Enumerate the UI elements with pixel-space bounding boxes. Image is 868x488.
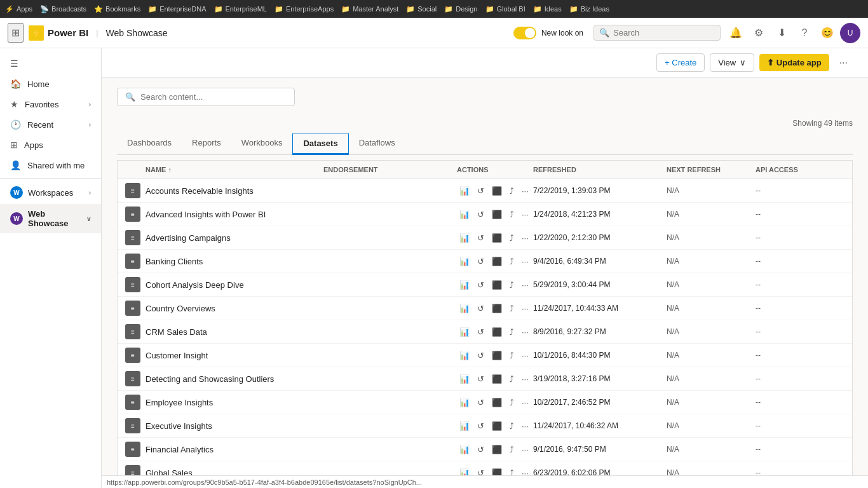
sidebar-item-workspaces[interactable]: W Workspaces › (0, 181, 101, 204)
row-name[interactable]: CRM Sales Data (146, 327, 323, 337)
more-icon[interactable]: ··· (519, 232, 531, 244)
refresh-icon[interactable]: ↺ (475, 444, 487, 456)
notifications-icon[interactable]: 🔔 (726, 23, 746, 43)
more-icon[interactable]: ··· (519, 302, 531, 315)
content-search-box[interactable]: 🔍 (117, 88, 295, 106)
sidebar-item-web-showcase[interactable]: W Web Showcase ∨ (0, 204, 101, 233)
create-report-icon[interactable]: 📊 (457, 420, 472, 432)
refresh-icon[interactable]: ↺ (475, 279, 487, 291)
refresh-icon[interactable]: ↺ (475, 302, 487, 315)
row-name[interactable]: Customer Insight (146, 351, 323, 360)
create-button[interactable]: + Create (656, 53, 705, 72)
bookmark-ideas[interactable]: 📁Ideas (533, 5, 562, 13)
analyze-icon[interactable]: ⬛ (489, 208, 505, 220)
refresh-icon[interactable]: ↺ (475, 420, 487, 432)
content-search-input[interactable] (140, 92, 287, 102)
row-name[interactable]: Detecting and Showcasing Outliers (146, 374, 323, 384)
view-button[interactable]: View ∨ (710, 53, 754, 72)
table-row[interactable]: ≡ Banking Clients 📊 ↺ ⬛ ⤴ ··· 9/4/2016, … (118, 250, 852, 273)
bookmark-master-analyst[interactable]: 📁Master Analyst (341, 5, 398, 13)
bookmark-design[interactable]: 📁Design (444, 5, 477, 13)
row-name[interactable]: Employee Insights (146, 398, 323, 407)
bookmark-enterprise-ml[interactable]: 📁EnterpriseML (214, 5, 267, 13)
table-row[interactable]: ≡ Financial Analytics 📊 ↺ ⬛ ⤴ ··· 9/1/20… (118, 438, 852, 461)
table-row[interactable]: ≡ Accounts Receivable Insights 📊 ↺ ⬛ ⤴ ·… (118, 179, 852, 203)
share-icon[interactable]: ⤴ (507, 208, 517, 220)
bookmark-global-bi[interactable]: 📁Global BI (485, 5, 526, 13)
sidebar-item-recent[interactable]: 🕐 Recent › (0, 114, 101, 135)
bookmark-broadcasts[interactable]: 📡Broadcasts (40, 5, 86, 13)
more-icon[interactable]: ··· (519, 326, 531, 338)
tab-workbooks[interactable]: Workbooks (231, 133, 293, 155)
bookmark-social[interactable]: 📁Social (406, 5, 437, 13)
sidebar-item-shared[interactable]: 👤 Shared with me (0, 155, 101, 175)
more-icon[interactable]: ··· (519, 279, 531, 291)
analyze-icon[interactable]: ⬛ (489, 396, 505, 409)
analyze-icon[interactable]: ⬛ (489, 326, 505, 338)
share-icon[interactable]: ⤴ (507, 232, 517, 244)
more-icon[interactable]: ··· (519, 208, 531, 220)
share-icon[interactable]: ⤴ (507, 444, 517, 456)
more-actions-icon[interactable]: ··· (834, 55, 853, 71)
table-row[interactable]: ≡ CRM Sales Data 📊 ↺ ⬛ ⤴ ··· 8/9/2016, 9… (118, 320, 852, 344)
share-icon[interactable]: ⤴ (507, 185, 517, 197)
search-input[interactable] (613, 28, 715, 37)
col-refreshed-header[interactable]: REFRESHED (533, 166, 667, 173)
share-icon[interactable]: ⤴ (507, 373, 517, 385)
help-icon[interactable]: ? (794, 23, 815, 43)
refresh-icon[interactable]: ↺ (475, 208, 487, 220)
more-icon[interactable]: ··· (519, 349, 531, 362)
refresh-icon[interactable]: ↺ (475, 373, 487, 385)
create-report-icon[interactable]: 📊 (457, 396, 472, 409)
header-search-box[interactable]: 🔍 (593, 25, 721, 41)
create-report-icon[interactable]: 📊 (457, 467, 472, 476)
create-report-icon[interactable]: 📊 (457, 302, 472, 315)
analyze-icon[interactable]: ⬛ (489, 467, 505, 476)
create-report-icon[interactable]: 📊 (457, 326, 472, 338)
download-icon[interactable]: ⬇ (771, 23, 792, 43)
table-row[interactable]: ≡ Customer Insight 📊 ↺ ⬛ ⤴ ··· 10/1/2016… (118, 344, 852, 367)
refresh-icon[interactable]: ↺ (475, 396, 487, 409)
sidebar-item-menu[interactable]: ☰ (0, 53, 101, 74)
analyze-icon[interactable]: ⬛ (489, 373, 505, 385)
feedback-icon[interactable]: 😊 (817, 23, 837, 43)
bookmark-bookmarks[interactable]: ⭐Bookmarks (94, 5, 140, 13)
row-name[interactable]: Country Overviews (146, 304, 323, 313)
more-icon[interactable]: ··· (519, 185, 531, 197)
tab-reports[interactable]: Reports (182, 133, 231, 155)
create-report-icon[interactable]: 📊 (457, 373, 472, 385)
row-name[interactable]: Financial Analytics (146, 445, 323, 454)
more-icon[interactable]: ··· (519, 373, 531, 385)
create-report-icon[interactable]: 📊 (457, 185, 472, 197)
refresh-icon[interactable]: ↺ (475, 349, 487, 362)
table-row[interactable]: ≡ Country Overviews 📊 ↺ ⬛ ⤴ ··· 11/24/20… (118, 297, 852, 320)
share-icon[interactable]: ⤴ (507, 255, 517, 268)
analyze-icon[interactable]: ⬛ (489, 255, 505, 268)
table-row[interactable]: ≡ Advanced Insights with Power BI 📊 ↺ ⬛ … (118, 203, 852, 226)
row-name[interactable]: Accounts Receivable Insights (146, 186, 323, 196)
tab-dashboards[interactable]: Dashboards (117, 133, 182, 155)
refresh-icon[interactable]: ↺ (475, 326, 487, 338)
more-icon[interactable]: ··· (519, 444, 531, 456)
refresh-icon[interactable]: ↺ (475, 467, 487, 476)
row-name[interactable]: Global Sales (146, 468, 323, 476)
create-report-icon[interactable]: 📊 (457, 232, 472, 244)
sidebar-item-home[interactable]: 🏠 Home (0, 74, 101, 94)
create-report-icon[interactable]: 📊 (457, 349, 472, 362)
create-report-icon[interactable]: 📊 (457, 444, 472, 456)
row-name[interactable]: Advanced Insights with Power BI (146, 210, 323, 219)
settings-icon[interactable]: ⚙ (749, 23, 769, 43)
table-row[interactable]: ≡ Executive Insights 📊 ↺ ⬛ ⤴ ··· 11/24/2… (118, 414, 852, 438)
analyze-icon[interactable]: ⬛ (489, 232, 505, 244)
col-name-header[interactable]: NAME ↑ (146, 166, 323, 173)
refresh-icon[interactable]: ↺ (475, 255, 487, 268)
refresh-icon[interactable]: ↺ (475, 185, 487, 197)
more-icon[interactable]: ··· (519, 396, 531, 409)
more-icon[interactable]: ··· (519, 467, 531, 476)
analyze-icon[interactable]: ⬛ (489, 185, 505, 197)
create-report-icon[interactable]: 📊 (457, 208, 472, 220)
table-row[interactable]: ≡ Employee Insights 📊 ↺ ⬛ ⤴ ··· 10/2/201… (118, 391, 852, 414)
row-name[interactable]: Cohort Analysis Deep Dive (146, 280, 323, 290)
share-icon[interactable]: ⤴ (507, 279, 517, 291)
row-name[interactable]: Advertising Campaigns (146, 233, 323, 243)
